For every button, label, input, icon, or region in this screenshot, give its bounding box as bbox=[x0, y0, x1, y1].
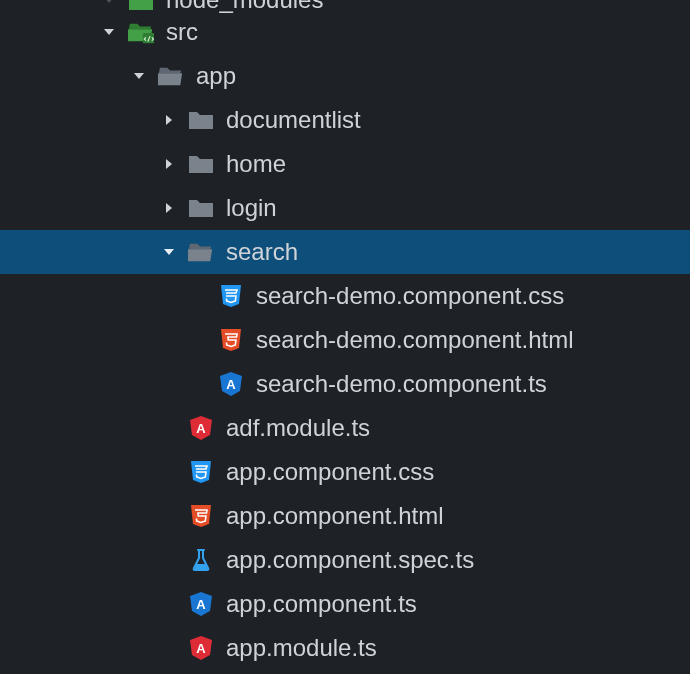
tree-item-label: node_modules bbox=[166, 0, 323, 12]
tree-item-label: search bbox=[226, 240, 298, 264]
tree-item[interactable]: app.component.html bbox=[0, 494, 690, 538]
chevron-right-icon[interactable] bbox=[160, 199, 178, 217]
tree-item-label: login bbox=[226, 196, 277, 220]
tree-item-label: app bbox=[196, 64, 236, 88]
flask-spec-icon bbox=[188, 547, 214, 573]
indent bbox=[0, 252, 160, 253]
indent bbox=[0, 472, 160, 473]
svg-text:A: A bbox=[226, 377, 236, 392]
html-icon bbox=[218, 327, 244, 353]
tree-item-label: documentlist bbox=[226, 108, 361, 132]
indent bbox=[0, 560, 160, 561]
tree-item[interactable]: A adf.module.ts bbox=[0, 406, 690, 450]
angular-component-icon: A bbox=[188, 591, 214, 617]
folder-open-icon bbox=[158, 63, 184, 89]
chevron-down-icon bbox=[100, 0, 118, 9]
tree-item[interactable]: login bbox=[0, 186, 690, 230]
svg-text:A: A bbox=[196, 597, 206, 612]
folder-open-icon bbox=[188, 239, 214, 265]
tree-item[interactable]: app.component.css bbox=[0, 450, 690, 494]
tree-item[interactable]: src bbox=[0, 10, 690, 54]
tree-item[interactable]: A app.module.ts bbox=[0, 626, 690, 670]
tree-item-label: app.component.spec.ts bbox=[226, 548, 474, 572]
indent bbox=[0, 120, 160, 121]
tree-item[interactable]: search-demo.component.html bbox=[0, 318, 690, 362]
tree-item[interactable]: documentlist bbox=[0, 98, 690, 142]
html-icon bbox=[188, 503, 214, 529]
indent bbox=[0, 208, 160, 209]
indent bbox=[0, 428, 160, 429]
tree-item-label: app.component.css bbox=[226, 460, 434, 484]
tree-item-label: app.module.ts bbox=[226, 636, 377, 660]
indent bbox=[0, 604, 160, 605]
folder-icon bbox=[188, 107, 214, 133]
tree-item[interactable]: search bbox=[0, 230, 690, 274]
chevron-down-icon[interactable] bbox=[100, 23, 118, 41]
indent bbox=[0, 648, 160, 649]
css-icon bbox=[188, 459, 214, 485]
tree-item-label: search-demo.component.html bbox=[256, 328, 573, 352]
css-icon bbox=[218, 283, 244, 309]
tree-item[interactable]: node_modules bbox=[0, 0, 690, 10]
indent bbox=[0, 0, 100, 1]
indent bbox=[0, 296, 190, 297]
indent bbox=[0, 516, 160, 517]
tree-item[interactable]: home bbox=[0, 142, 690, 186]
tree-item-label: adf.module.ts bbox=[226, 416, 370, 440]
tree-item-label: home bbox=[226, 152, 286, 176]
tree-item-label: src bbox=[166, 20, 198, 44]
chevron-down-icon[interactable] bbox=[130, 67, 148, 85]
indent bbox=[0, 76, 130, 77]
tree-item[interactable]: A app.component.ts bbox=[0, 582, 690, 626]
tree-item[interactable]: app.component.spec.ts bbox=[0, 538, 690, 582]
chevron-right-icon[interactable] bbox=[160, 111, 178, 129]
tree-item[interactable]: A search-demo.component.ts bbox=[0, 362, 690, 406]
indent bbox=[0, 384, 190, 385]
tree-item-label: app.component.html bbox=[226, 504, 443, 528]
indent bbox=[0, 164, 160, 165]
svg-text:A: A bbox=[196, 421, 206, 436]
angular-component-icon: A bbox=[218, 371, 244, 397]
indent bbox=[0, 32, 100, 33]
tree-item-label: search-demo.component.css bbox=[256, 284, 564, 308]
folder-icon bbox=[188, 151, 214, 177]
tree-item-label: app.component.ts bbox=[226, 592, 417, 616]
angular-module-icon: A bbox=[188, 635, 214, 661]
svg-text:A: A bbox=[196, 641, 206, 656]
chevron-down-icon[interactable] bbox=[160, 243, 178, 261]
folder-green-icon bbox=[128, 0, 154, 13]
chevron-right-icon[interactable] bbox=[160, 155, 178, 173]
tree-item[interactable]: search-demo.component.css bbox=[0, 274, 690, 318]
indent bbox=[0, 340, 190, 341]
tree-item-label: search-demo.component.ts bbox=[256, 372, 547, 396]
file-tree: node_modules src app bbox=[0, 0, 690, 670]
folder-icon bbox=[188, 195, 214, 221]
tree-item[interactable]: app bbox=[0, 54, 690, 98]
angular-module-icon: A bbox=[188, 415, 214, 441]
folder-green-code-icon bbox=[128, 19, 154, 45]
